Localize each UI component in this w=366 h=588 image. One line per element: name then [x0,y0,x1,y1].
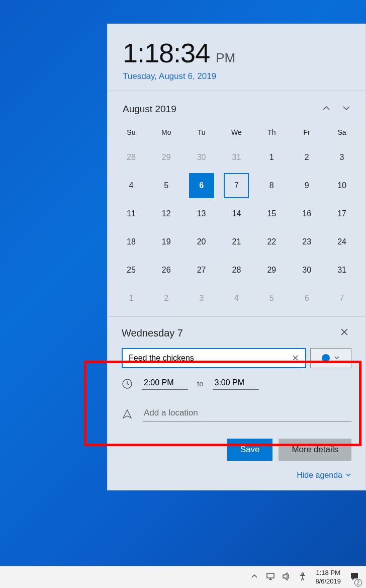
chevron-down-icon [342,104,350,114]
calendar-day[interactable]: 15 [254,200,289,228]
weekday-header: Su [114,123,149,143]
chevron-down-icon [345,471,351,480]
weekday-header: Fr [289,123,324,143]
location-icon [122,408,133,419]
calendar-day[interactable]: 24 [324,228,359,256]
tray-clock[interactable]: 1:18 PM 8/6/2019 [311,569,345,585]
calendar-day[interactable]: 14 [219,200,254,228]
calendar-day[interactable]: 23 [289,228,324,256]
calendar-day[interactable]: 18 [114,228,149,256]
clock-ampm: PM [216,50,235,66]
chevron-up-icon [322,104,330,114]
tray-network-button[interactable] [263,566,278,589]
calendar-day[interactable]: 4 [114,172,149,200]
calendar-day[interactable]: 12 [149,200,184,228]
tray-notifications-button[interactable]: 2 [346,566,363,589]
calendar-day[interactable]: 5 [254,284,289,312]
clock-date-link[interactable]: Tuesday, August 6, 2019 [123,71,350,81]
calendar-day[interactable]: 25 [114,256,149,284]
calendar-day[interactable]: 26 [149,256,184,284]
tray-time: 1:18 PM [315,569,341,577]
taskbar: 1:18 PM 8/6/2019 2 [0,566,366,588]
calendar-day[interactable]: 21 [219,228,254,256]
clock-section: 1:18:34 PM Tuesday, August 6, 2019 [108,24,365,91]
tray-ease-of-access-button[interactable] [295,566,310,589]
calendar-day[interactable]: 7 [219,172,254,200]
calendar-day[interactable]: 3 [184,284,219,312]
calendar-day[interactable]: 22 [254,228,289,256]
calendar-flyout: 1:18:34 PM Tuesday, August 6, 2019 Augus… [107,24,366,490]
calendar-day[interactable]: 9 [289,172,324,200]
speaker-icon [282,572,291,583]
accessibility-icon [298,572,307,583]
calendar-day[interactable]: 1 [254,143,289,172]
calendar-day[interactable]: 31 [324,256,359,284]
calendar-day[interactable]: 30 [184,143,219,172]
hide-agenda-link[interactable]: Hide agenda [297,471,351,480]
calendar-day[interactable]: 30 [289,256,324,284]
calendar-day[interactable]: 2 [149,284,184,312]
weekday-header: Tu [184,123,219,143]
next-month-button[interactable] [336,99,356,119]
selected-day-label: Wednesday 7 [122,327,337,339]
time-to-label: to [197,379,204,388]
calendar-day[interactable]: 5 [149,172,184,200]
calendar-day[interactable]: 10 [324,172,359,200]
more-details-button[interactable]: More details [279,439,351,461]
chevron-down-icon [334,354,340,363]
weekday-header: Mo [149,123,184,143]
calendar-day[interactable]: 16 [289,200,324,228]
svg-marker-9 [283,573,287,580]
calendar-day[interactable]: 8 [254,172,289,200]
chevron-up-icon [251,573,258,582]
calendar-day[interactable]: 28 [219,256,254,284]
calendar-day[interactable]: 6 [289,284,324,312]
save-button[interactable]: Save [227,439,273,461]
event-title-field-wrapper [122,348,306,368]
calendar-day[interactable]: 2 [289,143,324,172]
end-time-input[interactable] [213,377,259,390]
clear-title-button[interactable] [289,354,301,363]
calendar-day[interactable]: 7 [324,284,359,312]
calendar-day[interactable]: 29 [254,256,289,284]
hide-agenda-label: Hide agenda [297,471,342,480]
calendar-color-dot-icon [322,354,330,362]
calendar-day[interactable]: 11 [114,200,149,228]
monitor-icon [266,572,275,583]
close-event-button[interactable] [337,326,351,340]
weekday-header: Sa [324,123,359,143]
weekday-header: We [219,123,254,143]
location-input[interactable] [143,406,351,422]
calendar-day[interactable]: 27 [184,256,219,284]
tray-date: 8/6/2019 [315,577,341,585]
tray-volume-button[interactable] [279,566,294,589]
calendar-day[interactable]: 13 [184,200,219,228]
prev-month-button[interactable] [316,99,336,119]
calendar-grid: SuMoTuWeThFrSa 2829303112345678910111213… [108,123,365,316]
close-icon [341,328,348,338]
notification-badge: 2 [354,579,362,586]
calendar-color-picker[interactable] [310,348,351,368]
calendar-day[interactable]: 29 [149,143,184,172]
calendar-day[interactable]: 31 [219,143,254,172]
calendar-day[interactable]: 6 [184,172,219,200]
calendar-day[interactable]: 28 [114,143,149,172]
calendar-day[interactable]: 1 [114,284,149,312]
clock-icon [122,378,133,389]
svg-rect-6 [267,573,274,578]
weekday-header: Th [254,123,289,143]
calendar-day[interactable]: 3 [324,143,359,172]
close-icon [293,354,298,363]
calendar-day[interactable]: 20 [184,228,219,256]
clock-time: 1:18:34 [123,37,210,68]
event-section: Wednesday 7 to [108,317,365,395]
month-label[interactable]: August 2019 [123,104,316,115]
calendar-day[interactable]: 19 [149,228,184,256]
start-time-input[interactable] [142,377,188,390]
calendar-day[interactable]: 17 [324,200,359,228]
calendar-day[interactable]: 4 [219,284,254,312]
svg-marker-5 [123,410,131,418]
tray-overflow-button[interactable] [247,566,262,589]
event-title-input[interactable] [129,354,289,363]
svg-point-10 [302,573,304,575]
